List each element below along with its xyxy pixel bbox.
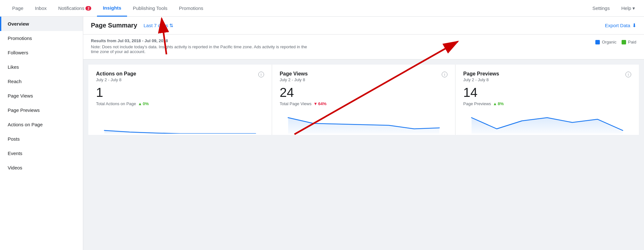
nav-item-inbox[interactable]: Inbox [29, 0, 52, 17]
card-metric-label-2: Page Previews [463, 101, 491, 106]
mini-chart-1 [280, 111, 448, 134]
results-date-range: Results from Jul 03, 2018 - Jul 09, 2018 [91, 38, 315, 43]
sidebar-item-promotions[interactable]: Promotions [0, 31, 83, 45]
card-title-1: Page Views [280, 71, 308, 77]
sidebar-item-videos[interactable]: Videos [0, 160, 83, 175]
trend-value-0: 0% [143, 101, 149, 106]
nav-item-page[interactable]: Page [6, 0, 29, 17]
legend-paid: Paid [622, 40, 636, 44]
nav-item-insights[interactable]: Insights [97, 0, 127, 17]
card-trend-1: ▼ 64% [313, 101, 326, 106]
sidebar-item-events[interactable]: Events [0, 146, 83, 160]
card-trend-2: ▲ 8% [493, 101, 504, 106]
nav-item-publishing-tools[interactable]: Publishing Tools [127, 0, 173, 17]
paid-dot [622, 40, 626, 44]
card-metric-label-0: Total Actions on Page [96, 101, 136, 106]
nav-item-promotions[interactable]: Promotions [173, 0, 209, 17]
trend-arrow-1: ▼ [313, 101, 318, 106]
sidebar-item-page-views[interactable]: Page Views [0, 89, 83, 103]
organic-dot [595, 40, 600, 44]
card-title-0: Actions on Page [96, 71, 136, 77]
top-nav: PageInboxNotifications2InsightsPublishin… [0, 0, 644, 17]
svg-marker-1 [288, 118, 439, 134]
sidebar-item-followers[interactable]: Followers [0, 45, 83, 60]
mini-chart-0 [96, 111, 264, 134]
stat-card-2: Page Previews July 2 - July 8 i 14 Page … [455, 65, 639, 135]
export-data-label: Export Data [605, 23, 630, 28]
card-number-2: 14 [463, 86, 631, 99]
card-title-2: Page Previews [463, 71, 499, 77]
main-layout: OverviewPromotionsFollowersLikesReachPag… [0, 17, 644, 250]
nav-items-left: PageInboxNotifications2InsightsPublishin… [6, 0, 590, 17]
organic-label: Organic [602, 40, 616, 44]
card-trend-0: ▲ 0% [138, 101, 149, 106]
sidebar-item-reach[interactable]: Reach [0, 74, 83, 89]
card-subtitle-0: July 2 - July 8 [96, 77, 136, 82]
cards-grid: Actions on Page July 2 - July 8 i 1 Tota… [88, 65, 639, 135]
info-icon-1[interactable]: i [442, 72, 447, 77]
export-data-button[interactable]: Export Data ⬇ [605, 22, 636, 28]
paid-label: Paid [628, 40, 636, 44]
card-metric-label-1: Total Page Views [280, 101, 312, 106]
card-metric-0: Total Actions on Page ▲ 0% [96, 101, 264, 106]
export-icon: ⬇ [632, 22, 636, 28]
sidebar-item-likes[interactable]: Likes [0, 60, 83, 74]
card-subtitle-1: July 2 - July 8 [280, 77, 308, 82]
card-metric-2: Page Previews ▲ 8% [463, 101, 631, 106]
trend-value-2: 8% [498, 101, 504, 106]
card-header-2: Page Previews July 2 - July 8 i [463, 71, 631, 82]
note-text: Note: Does not include today's data. Ins… [91, 44, 315, 54]
nav-badge-notifications: 2 [85, 6, 91, 11]
nav-item-notifications[interactable]: Notifications2 [52, 0, 97, 17]
info-bar: Results from Jul 03, 2018 - Jul 09, 2018… [83, 35, 644, 59]
stat-card-1: Page Views July 2 - July 8 i 24 Total Pa… [272, 65, 455, 135]
date-range-icon: ⇅ [169, 23, 173, 28]
legend-organic: Organic [595, 40, 616, 44]
legend: Organic Paid [595, 40, 636, 44]
sidebar-item-actions-on-page[interactable]: Actions on Page [0, 117, 83, 132]
trend-value-1: 64% [318, 101, 326, 106]
card-number-0: 1 [96, 86, 264, 99]
card-header-1: Page Views July 2 - July 8 i [280, 71, 448, 82]
card-header-0: Actions on Page July 2 - July 8 i [96, 71, 264, 82]
date-range-selector[interactable]: Last 7 days ⇅ [144, 23, 174, 28]
sidebar-item-overview[interactable]: Overview [0, 17, 83, 31]
nav-item-help-[interactable]: Help ▾ [619, 0, 638, 17]
info-icon-0[interactable]: i [258, 72, 264, 77]
mini-chart-2 [463, 111, 631, 134]
card-metric-1: Total Page Views ▼ 64% [280, 101, 448, 106]
card-subtitle-2: July 2 - July 8 [463, 77, 499, 82]
date-range-label: Last 7 days [144, 23, 168, 28]
card-number-1: 24 [280, 86, 448, 99]
info-text: Results from Jul 03, 2018 - Jul 09, 2018… [91, 38, 315, 54]
main-content: Page Summary Last 7 days ⇅ Export Data ⬇… [83, 17, 644, 250]
sidebar-item-posts[interactable]: Posts [0, 132, 83, 146]
info-icon-2[interactable]: i [625, 72, 631, 77]
trend-arrow-0: ▲ [138, 101, 142, 106]
nav-item-settings[interactable]: Settings [590, 0, 612, 17]
sidebar-item-page-previews[interactable]: Page Previews [0, 103, 83, 117]
trend-arrow-2: ▲ [493, 101, 497, 106]
page-summary-header: Page Summary Last 7 days ⇅ Export Data ⬇ [83, 17, 644, 35]
page-summary-title: Page Summary [91, 22, 137, 29]
stat-card-0: Actions on Page July 2 - July 8 i 1 Tota… [88, 65, 272, 135]
nav-items-right: SettingsHelp ▾ [590, 0, 638, 17]
sidebar: OverviewPromotionsFollowersLikesReachPag… [0, 17, 83, 250]
